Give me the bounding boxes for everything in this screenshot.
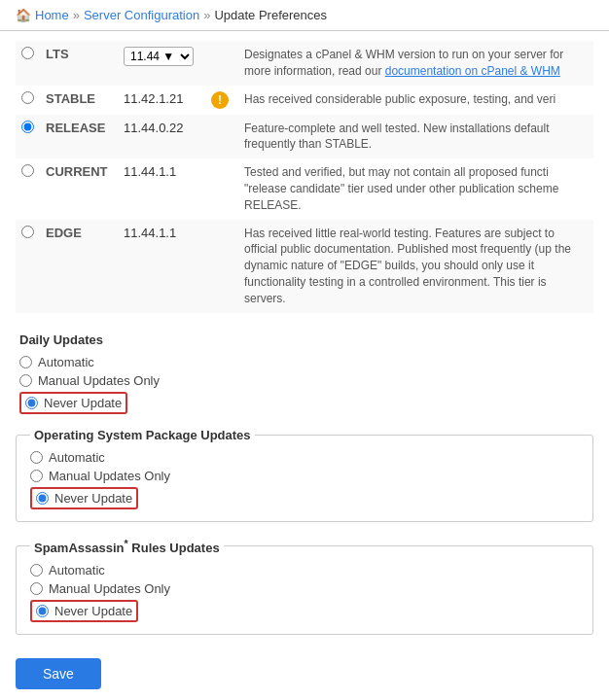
label-daily-never: Never Update [44, 396, 122, 410]
version-number-stable: 11.42.1.21 [118, 86, 205, 115]
radio-option: Never Update [30, 600, 579, 622]
version-table: LTS11.44 ▼Designates a cPanel & WHM vers… [16, 41, 593, 313]
radio-spam-never[interactable] [36, 605, 49, 617]
version-name-release: RELEASE [40, 115, 118, 159]
version-desc-current: Tested and verified, but may not contain… [238, 158, 593, 219]
breadcrumb: 🏠 Home » Server Configuration » Update P… [16, 8, 593, 22]
label-spam-manual: Manual Updates Only [49, 581, 170, 596]
cpanel-docs-link[interactable]: documentation on cPanel & WHM [385, 64, 560, 78]
version-number-release: 11.44.0.22 [118, 115, 205, 159]
spam-updates-options: AutomaticManual Updates OnlyNever Update [30, 563, 579, 622]
version-warn-current [205, 158, 238, 219]
daily-updates-section: Daily Updates AutomaticManual Updates On… [16, 332, 593, 414]
warning-icon: ! [211, 91, 229, 109]
radio-os-auto[interactable] [30, 451, 43, 464]
radio-option[interactable]: Automatic [30, 450, 579, 465]
spam-updates-legend: SpamAssassin* Rules Updates [30, 538, 224, 555]
radio-option[interactable]: Automatic [19, 355, 593, 369]
daily-updates-title: Daily Updates [19, 332, 593, 347]
breadcrumb-home[interactable]: Home [35, 8, 69, 22]
radio-daily-auto[interactable] [19, 356, 32, 368]
radio-spam-auto[interactable] [30, 564, 43, 577]
label-spam-auto: Automatic [49, 563, 105, 578]
version-desc-lts: Designates a cPanel & WHM version to run… [238, 41, 593, 86]
version-number-lts[interactable]: 11.44 ▼ [118, 41, 205, 86]
radio-daily-never[interactable] [25, 397, 38, 409]
radio-spam-manual[interactable] [30, 582, 43, 595]
label-spam-never: Never Update [54, 604, 132, 618]
version-name-stable: STABLE [40, 86, 118, 115]
save-button[interactable]: Save [16, 658, 101, 689]
version-radio-edge[interactable] [21, 226, 34, 238]
label-os-auto: Automatic [49, 450, 105, 465]
version-radio-stable[interactable] [21, 91, 34, 104]
label-os-manual: Manual Updates Only [49, 469, 170, 483]
radio-os-never[interactable] [36, 492, 49, 505]
os-updates-options: AutomaticManual Updates OnlyNever Update [30, 450, 579, 509]
version-name-lts: LTS [40, 41, 118, 86]
breadcrumb-current: Update Preferences [214, 8, 327, 22]
radio-option[interactable]: Manual Updates Only [30, 469, 579, 483]
never-update-highlighted: Never Update [30, 487, 138, 509]
version-radio-lts[interactable] [21, 47, 34, 59]
daily-updates-options: AutomaticManual Updates OnlyNever Update [19, 355, 593, 414]
os-updates-fieldset: Operating System Package Updates Automat… [16, 428, 593, 522]
radio-daily-manual[interactable] [19, 374, 32, 387]
version-warn-edge [205, 220, 238, 313]
never-update-highlighted: Never Update [19, 392, 127, 414]
radio-option: Never Update [30, 487, 579, 509]
version-desc-edge: Has received little real-world testing. … [238, 220, 593, 313]
label-daily-auto: Automatic [38, 355, 94, 369]
header: 🏠 Home » Server Configuration » Update P… [0, 0, 609, 31]
never-update-highlighted: Never Update [30, 600, 138, 622]
version-warn-stable: ! [205, 86, 238, 115]
version-number-current: 11.44.1.1 [118, 158, 205, 219]
version-desc-stable: Has received considerable public exposur… [238, 86, 593, 115]
radio-option[interactable]: Manual Updates Only [30, 581, 579, 596]
main-content: LTS11.44 ▼Designates a cPanel & WHM vers… [0, 31, 609, 700]
label-os-never: Never Update [54, 491, 132, 506]
home-icon: 🏠 [16, 8, 31, 22]
version-desc-release: Feature-complete and well tested. New in… [238, 115, 593, 159]
radio-option[interactable]: Automatic [30, 563, 579, 578]
radio-option: Never Update [19, 392, 593, 414]
lts-select[interactable]: 11.44 ▼ [124, 47, 194, 66]
version-name-current: CURRENT [40, 158, 118, 219]
version-number-edge: 11.44.1.1 [118, 220, 205, 313]
version-radio-release[interactable] [21, 121, 34, 133]
radio-option[interactable]: Manual Updates Only [19, 373, 593, 388]
version-name-edge: EDGE [40, 220, 118, 313]
version-warn-release [205, 115, 238, 159]
spam-updates-fieldset: SpamAssassin* Rules Updates AutomaticMan… [16, 538, 593, 635]
breadcrumb-server-config[interactable]: Server Configuration [84, 8, 199, 22]
os-updates-legend: Operating System Package Updates [30, 428, 255, 442]
version-radio-current[interactable] [21, 164, 34, 177]
radio-os-manual[interactable] [30, 470, 43, 482]
label-daily-manual: Manual Updates Only [38, 373, 160, 388]
version-warn-lts [205, 41, 238, 86]
